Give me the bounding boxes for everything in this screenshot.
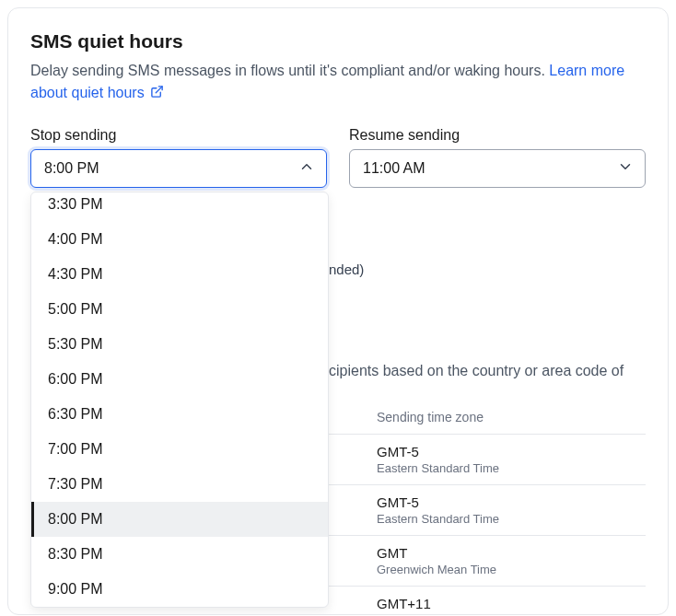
stop-sending-select[interactable]: 8:00 PM	[30, 149, 327, 188]
table-cell-timezone: GMT-5Eastern Standard Time	[377, 444, 646, 475]
timezone-code: GMT-5	[377, 494, 646, 510]
resume-sending-field: Resume sending 11:00 AM	[349, 127, 646, 188]
section-description: Delay sending SMS messages in flows unti…	[30, 60, 646, 105]
dropdown-option[interactable]: 8:00 PM	[31, 502, 328, 537]
external-link-icon	[150, 83, 164, 105]
timezone-name: Eastern Standard Time	[377, 512, 646, 526]
timezone-name: Eastern Standard Time	[377, 461, 646, 475]
chevron-up-icon	[298, 158, 315, 179]
timezone-code: GMT+11	[377, 596, 646, 611]
stop-sending-field: Stop sending 8:00 PM 3:30 PM4:00 PM4:30 …	[30, 127, 327, 188]
table-col-timezone: Sending time zone	[377, 410, 646, 424]
resume-sending-select[interactable]: 11:00 AM	[349, 149, 646, 188]
quiet-hours-card: SMS quiet hours Delay sending SMS messag…	[7, 7, 669, 615]
stop-sending-value: 8:00 PM	[44, 160, 99, 177]
dropdown-option[interactable]: 9:00 PM	[31, 572, 328, 607]
section-title: SMS quiet hours	[30, 30, 646, 52]
stop-sending-label: Stop sending	[30, 127, 327, 144]
stop-sending-dropdown[interactable]: 3:30 PM4:00 PM4:30 PM5:00 PM5:30 PM6:00 …	[30, 192, 329, 608]
dropdown-option[interactable]: 7:00 PM	[31, 432, 328, 467]
resume-sending-value: 11:00 AM	[363, 160, 425, 177]
dropdown-option[interactable]: 4:30 PM	[31, 257, 328, 292]
resume-sending-label: Resume sending	[349, 127, 646, 144]
timezone-code: GMT-5	[377, 444, 646, 459]
table-cell-timezone: GMTGreenwich Mean Time	[377, 545, 646, 576]
table-cell-timezone: GMT-5Eastern Standard Time	[377, 494, 646, 526]
dropdown-option[interactable]: 6:30 PM	[31, 397, 328, 432]
dropdown-option[interactable]: 5:00 PM	[31, 292, 328, 327]
time-fields-row: Stop sending 8:00 PM 3:30 PM4:00 PM4:30 …	[30, 127, 646, 188]
svg-line-0	[156, 87, 162, 93]
dropdown-option[interactable]: 5:30 PM	[31, 327, 328, 362]
description-text: Delay sending SMS messages in flows unti…	[30, 63, 549, 78]
dropdown-option[interactable]: 8:30 PM	[31, 537, 328, 572]
dropdown-option[interactable]: 7:30 PM	[31, 467, 328, 502]
dropdown-option[interactable]: 3:30 PM	[31, 192, 328, 222]
dropdown-option[interactable]: 4:00 PM	[31, 222, 328, 257]
chevron-down-icon	[617, 158, 634, 179]
dropdown-option[interactable]: 6:00 PM	[31, 362, 328, 397]
timezone-code: GMT	[377, 545, 646, 561]
timezone-name: Greenwich Mean Time	[377, 563, 646, 576]
table-cell-timezone: GMT+11	[377, 596, 646, 611]
